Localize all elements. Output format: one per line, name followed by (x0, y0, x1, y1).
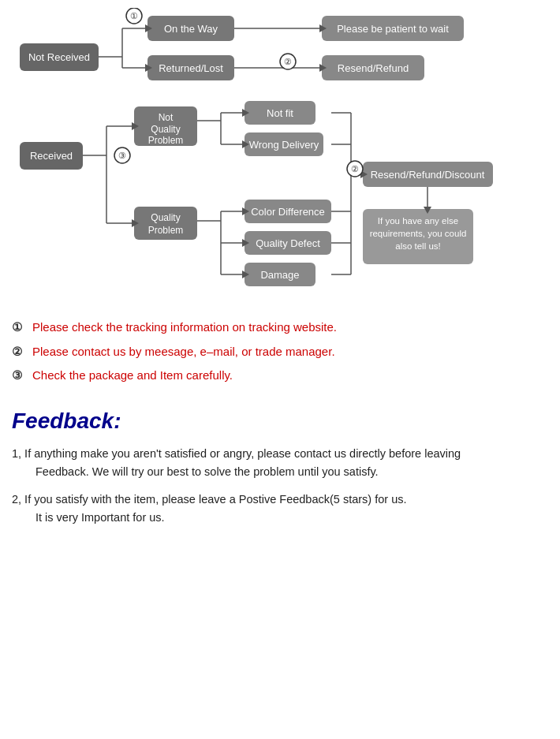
flowchart-svg: Not Received On the Way Returned/Lost Pl… (12, 8, 560, 314)
flowchart-area: Not Received On the Way Returned/Lost Pl… (12, 8, 560, 314)
svg-text:Problem: Problem (148, 225, 184, 236)
instruction-text-3: Check the package and Item carefully. (32, 367, 233, 385)
svg-text:①: ① (130, 11, 138, 21)
svg-text:②: ② (351, 164, 359, 174)
svg-text:Not: Not (159, 112, 174, 123)
svg-text:Wrong Delivery: Wrong Delivery (249, 139, 319, 151)
svg-text:Resend/Refund: Resend/Refund (338, 62, 409, 74)
instructions-section: ① Please check the tracking information … (12, 319, 548, 385)
feedback-item-2-indent: It is very Important for us. (12, 509, 548, 527)
feedback-section: Feedback: 1, If anything make you aren't… (12, 409, 548, 528)
svg-text:Not Received: Not Received (28, 51, 90, 63)
svg-text:Problem: Problem (148, 135, 184, 146)
svg-text:also tell us!: also tell us! (395, 241, 441, 251)
svg-text:Resend/Refund/Discount: Resend/Refund/Discount (371, 169, 485, 181)
feedback-item-1-indent: Feedback. We will try our best to solve … (12, 463, 548, 481)
instruction-num-2: ② (12, 343, 29, 361)
svg-text:Quality Defect: Quality Defect (256, 237, 320, 249)
feedback-item-2-prefix: 2, If you satisfy with the item, please … (12, 493, 406, 506)
feedback-item-1: 1, If anything make you aren't satisfied… (12, 445, 548, 481)
feedback-title: Feedback: (12, 409, 548, 434)
instruction-text-1: Please check the tracking information on… (32, 319, 337, 337)
svg-text:If you have any else: If you have any else (378, 216, 458, 226)
svg-text:On the Way: On the Way (164, 23, 218, 35)
svg-text:Color Difference: Color Difference (251, 206, 325, 218)
svg-text:Received: Received (30, 150, 73, 162)
instruction-text-2: Please contact us by meesage, e–mail, or… (32, 343, 335, 361)
svg-text:Returned/Lost: Returned/Lost (159, 62, 223, 74)
instruction-item-1: ① Please check the tracking information … (12, 319, 548, 337)
instruction-num-1: ① (12, 319, 29, 337)
svg-text:Quality: Quality (151, 124, 180, 135)
instruction-item-2: ② Please contact us by meesage, e–mail, … (12, 343, 548, 361)
svg-text:Quality: Quality (151, 212, 180, 223)
svg-text:Damage: Damage (260, 269, 299, 281)
instruction-item-3: ③ Check the package and Item carefully. (12, 367, 548, 385)
svg-text:requirements, you could: requirements, you could (370, 229, 467, 238)
feedback-item-1-prefix: 1, If anything make you aren't satisfied… (12, 447, 461, 460)
instruction-num-3: ③ (12, 367, 29, 385)
svg-text:②: ② (284, 57, 292, 66)
svg-text:③: ③ (118, 151, 126, 160)
svg-text:Please be patient to wait: Please be patient to wait (337, 23, 449, 35)
feedback-item-2: 2, If you satisfy with the item, please … (12, 491, 548, 527)
svg-text:Not fit: Not fit (267, 107, 293, 119)
